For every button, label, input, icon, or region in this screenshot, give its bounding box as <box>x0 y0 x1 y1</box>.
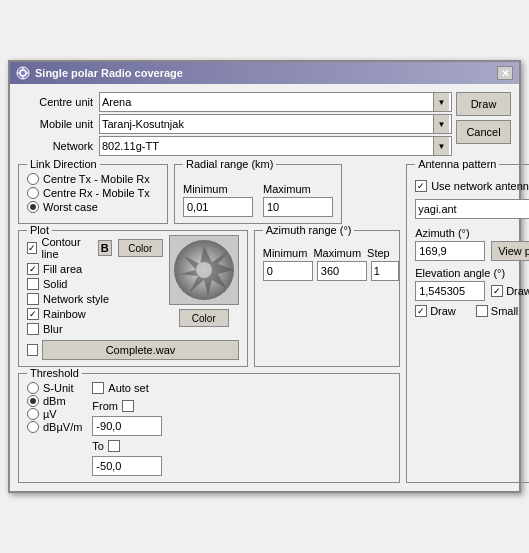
radio-input-sunit[interactable] <box>27 382 39 394</box>
network-label: Network <box>18 140 93 152</box>
threshold-right-col: Auto set From To <box>92 382 162 476</box>
link-direction-box: Link Direction Centre Tx - Mobile Rx Cen… <box>18 164 168 224</box>
antenna-pattern-content: Use network antenna settings yagi.ant ▼ <box>415 179 529 317</box>
radio-label-centre-tx: Centre Tx - Mobile Rx <box>43 173 150 185</box>
svg-point-8 <box>196 262 212 278</box>
radial-max-field: Maximum <box>263 183 333 217</box>
antenna-combo[interactable]: yagi.ant ▼ <box>415 199 529 219</box>
radial-min-input[interactable] <box>183 197 253 217</box>
azimuth-min-input[interactable] <box>263 261 313 281</box>
azimuth-range-box: Azimuth range (°) Minimum Maximum Step <box>254 230 400 367</box>
blur-item: Blur <box>27 322 163 336</box>
rainbow-item: Rainbow <box>27 307 163 321</box>
to-label: To <box>92 440 104 452</box>
azimuth-step-input[interactable] <box>371 261 399 281</box>
small-checkbox[interactable] <box>476 305 488 317</box>
solid-checkbox[interactable] <box>27 278 39 290</box>
radio-label-worst-case: Worst case <box>43 201 98 213</box>
title-bar: Single polar Radio coverage ✕ <box>10 62 519 84</box>
auto-set-checkbox[interactable] <box>92 382 104 394</box>
from-checkbox[interactable] <box>122 400 134 412</box>
network-combo[interactable]: 802.11g-TT ▼ <box>99 136 452 156</box>
draw-small-row: Draw Small <box>415 305 529 317</box>
mobile-unit-arrow[interactable]: ▼ <box>433 115 449 133</box>
elevation-input[interactable] <box>415 281 485 301</box>
link-direction-label: Link Direction <box>27 158 100 170</box>
network-row: Network 802.11g-TT ▼ <box>18 136 452 156</box>
azimuth-input-row: Azimuth (°) View pattern <box>415 227 529 261</box>
radio-dbuvm[interactable]: dBµV/m <box>27 421 82 433</box>
centre-unit-combo[interactable]: Arena ▼ <box>99 92 452 112</box>
azimuth-field: Azimuth (°) <box>415 227 485 261</box>
threshold-content: S-Unit dBm µV <box>27 382 391 476</box>
elevation-label: Elevation angle (°) <box>415 267 505 279</box>
radio-input-uv[interactable] <box>27 408 39 420</box>
azimuth-max-label: Maximum <box>313 247 361 259</box>
wav-checkbox[interactable] <box>27 344 38 356</box>
radio-centre-rx[interactable]: Centre Rx - Mobile Tx <box>27 187 159 199</box>
radio-dbm[interactable]: dBm <box>27 395 82 407</box>
network-style-item: Network style <box>27 292 163 306</box>
main-content: Link Direction Centre Tx - Mobile Rx Cen… <box>18 164 511 483</box>
radio-input-centre-tx[interactable] <box>27 173 39 185</box>
draw-bg-item: Draw background <box>491 285 529 297</box>
radio-input-dbm[interactable] <box>27 395 39 407</box>
title-text: Single polar Radio coverage <box>35 67 183 79</box>
color1-button[interactable]: Color <box>118 239 163 257</box>
color2-button[interactable]: Color <box>179 309 229 327</box>
azimuth-max-input[interactable] <box>317 261 367 281</box>
contour-label: Contour line <box>41 236 91 260</box>
use-network-antenna-item: Use network antenna settings <box>415 179 529 193</box>
radio-centre-tx[interactable]: Centre Tx - Mobile Rx <box>27 173 159 185</box>
use-network-antenna-checkbox[interactable] <box>415 180 427 192</box>
close-button[interactable]: ✕ <box>497 66 513 80</box>
cancel-button[interactable]: Cancel <box>456 120 511 144</box>
radio-label-uv: µV <box>43 408 57 420</box>
radial-max-label: Maximum <box>263 183 333 195</box>
draw-bg-checkbox[interactable] <box>491 285 503 297</box>
elevation-row: Draw background <box>415 281 529 301</box>
fill-area-item: Fill area <box>27 262 163 276</box>
from-input[interactable] <box>92 416 162 436</box>
mobile-unit-combo[interactable]: Taranj-Kosutnjak ▼ <box>99 114 452 134</box>
radio-input-dbuvm[interactable] <box>27 421 39 433</box>
contour-line-row: Contour line B Color <box>27 235 163 261</box>
network-arrow[interactable]: ▼ <box>433 137 449 155</box>
b-button[interactable]: B <box>98 240 112 256</box>
contour-checkbox[interactable] <box>27 242 37 254</box>
fill-area-checkbox[interactable] <box>27 263 39 275</box>
draw-bg-label: Draw background <box>506 285 529 297</box>
to-input[interactable] <box>92 456 162 476</box>
radio-dot-dbm <box>30 398 36 404</box>
draw-cancel-col: Draw Cancel <box>456 92 511 144</box>
radial-max-input[interactable] <box>263 197 333 217</box>
plot-thumbnail <box>169 235 239 305</box>
contour-check-item: Contour line <box>27 235 92 261</box>
small-label: Small <box>491 305 519 317</box>
to-checkbox[interactable] <box>108 440 120 452</box>
solid-item: Solid <box>27 277 163 291</box>
top-section: Centre unit Arena ▼ Mobile unit Taranj-K… <box>18 92 511 158</box>
title-bar-left: Single polar Radio coverage <box>16 66 183 80</box>
network-style-checkbox[interactable] <box>27 293 39 305</box>
radio-input-worst-case[interactable] <box>27 201 39 213</box>
radio-input-centre-rx[interactable] <box>27 187 39 199</box>
antenna-value: yagi.ant <box>418 203 529 215</box>
radio-uv[interactable]: µV <box>27 408 82 420</box>
radio-worst-case[interactable]: Worst case <box>27 201 159 213</box>
plot-azimuth-group: Plot Contour line B Col <box>18 230 400 367</box>
radial-range-box: Radial range (km) Minimum Maximum <box>174 164 342 224</box>
wav-button[interactable]: Complete.wav <box>42 340 239 360</box>
draw-checkbox[interactable] <box>415 305 427 317</box>
azimuth-angle-input[interactable] <box>415 241 485 261</box>
plot-thumbnail-svg <box>170 236 238 304</box>
radio-sunit[interactable]: S-Unit <box>27 382 82 394</box>
view-pattern-button[interactable]: View pattern <box>491 241 529 261</box>
draw-button[interactable]: Draw <box>456 92 511 116</box>
blur-checkbox[interactable] <box>27 323 39 335</box>
centre-unit-arrow[interactable]: ▼ <box>433 93 449 111</box>
rainbow-checkbox[interactable] <box>27 308 39 320</box>
centre-unit-label: Centre unit <box>18 96 93 108</box>
antenna-pattern-box: Antenna pattern Use network antenna sett… <box>406 164 529 483</box>
threshold-label: Threshold <box>27 367 82 379</box>
